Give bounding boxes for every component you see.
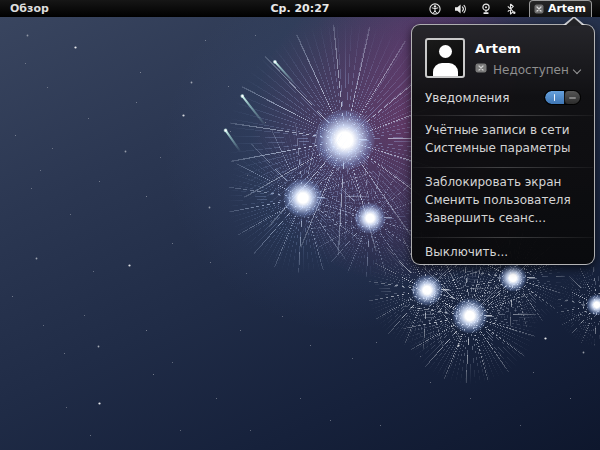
- toggle-on-segment: [545, 91, 564, 104]
- user-section: Artem Недоступен: [412, 25, 594, 78]
- status-label: Недоступен: [493, 63, 569, 77]
- status-selector[interactable]: Недоступен: [475, 63, 581, 77]
- system-status-area: Artem: [429, 0, 600, 17]
- menu-item-log-out[interactable]: Завершить сеанс...: [412, 209, 594, 227]
- menu-item-lock-screen[interactable]: Заблокировать экран: [412, 173, 594, 191]
- menu-item-switch-user[interactable]: Сменить пользователя: [412, 191, 594, 209]
- status-unavailable-icon: [475, 63, 487, 77]
- user-menu-label: Artem: [548, 2, 586, 15]
- accessibility-icon[interactable]: [429, 3, 441, 15]
- notifications-toggle[interactable]: [544, 90, 581, 105]
- user-menu-button[interactable]: Artem: [529, 0, 592, 17]
- user-name: Artem: [475, 41, 581, 56]
- notifications-row: Уведомления: [412, 90, 594, 105]
- menu-item-power-off[interactable]: Выключить...: [412, 243, 594, 261]
- toggle-knob: [564, 91, 580, 104]
- chevron-down-icon[interactable]: [574, 67, 581, 74]
- menu-item-system-settings[interactable]: Системные параметры: [412, 139, 594, 157]
- avatar[interactable]: [425, 38, 465, 78]
- user-menu-popup: Artem Недоступен Уведомления Учётные зап…: [411, 24, 595, 265]
- volume-icon[interactable]: [454, 3, 467, 15]
- bluetooth-icon[interactable]: [505, 3, 516, 15]
- user-status-icon: [534, 4, 544, 14]
- menu-item-online-accounts[interactable]: Учётные записи в сети: [412, 121, 594, 139]
- webcam-icon[interactable]: [480, 3, 492, 15]
- notifications-label: Уведомления: [425, 91, 509, 105]
- top-panel: Обзор Ср. 20:27 Artem: [0, 0, 600, 17]
